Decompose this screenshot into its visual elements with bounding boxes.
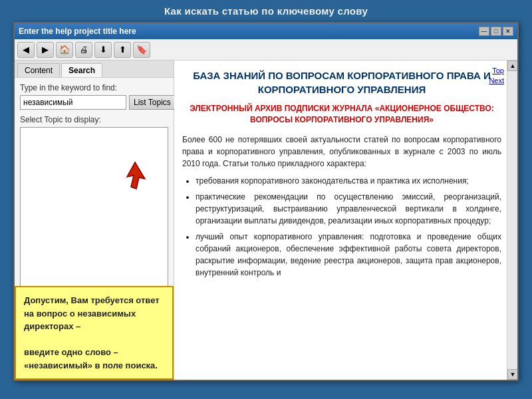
search-input[interactable] <box>20 95 126 110</box>
print-button[interactable]: 🖨 <box>75 42 92 58</box>
maximize-button[interactable]: □ <box>491 27 501 36</box>
left-panel: Content Search Type in the keyword to fi… <box>15 61 174 380</box>
main-area: Content Search Type in the keyword to fi… <box>15 61 517 380</box>
scroll-down-button[interactable]: ▼ <box>507 369 517 380</box>
toolbar: ◀ ▶ 🏠 🖨 ⬇ ⬆ 🔖 <box>15 39 517 61</box>
right-panel[interactable]: Top Next БАЗА ЗНАНИЙ ПО ВОПРОСАМ КОРПОРА… <box>174 61 517 380</box>
callout-box: Допустим, Вам требуется ответ на вопрос … <box>15 286 174 380</box>
title-bar: Enter the help project title here — □ ✕ <box>15 23 517 39</box>
tab-search[interactable]: Search <box>61 63 102 77</box>
right-content: Top Next БАЗА ЗНАНИЙ ПО ВОПРОСАМ КОРПОРА… <box>174 61 517 291</box>
top-link[interactable]: Top <box>489 66 504 76</box>
next-link[interactable]: Next <box>489 76 504 86</box>
bullet-item-1: требования корпоративного законодательст… <box>196 175 501 187</box>
body-intro: Более 600 не потерявших своей актуальнос… <box>182 134 501 170</box>
select-topic-label: Select Topic to display: <box>20 115 168 124</box>
down-button[interactable]: ⬇ <box>94 42 112 58</box>
main-heading: БАЗА ЗНАНИЙ ПО ВОПРОСАМ КОРПОРАТИВНОГО П… <box>182 68 501 96</box>
right-scrollbar[interactable]: ▲ ▼ <box>507 61 517 380</box>
back-button[interactable]: ◀ <box>17 42 35 58</box>
list-topics-button[interactable]: List Topics <box>129 95 176 110</box>
page-title: Как искать статью по ключевому слову <box>164 5 368 17</box>
close-button[interactable]: ✕ <box>503 27 513 36</box>
title-bar-text: Enter the help project title here <box>19 27 136 36</box>
help-window: Enter the help project title here — □ ✕ … <box>13 22 519 381</box>
search-input-row: List Topics <box>20 95 168 110</box>
home-button[interactable]: 🏠 <box>56 42 73 58</box>
bullet-item-2: практические рекомендации по осуществлен… <box>196 191 501 227</box>
up-button[interactable]: ⬆ <box>114 42 131 58</box>
bullet-list: требования корпоративного законодательст… <box>196 175 501 279</box>
bookmark-button[interactable]: 🔖 <box>133 42 150 58</box>
bullet-item-3: лучший опыт корпоративного управления: п… <box>196 231 501 279</box>
scroll-up-button[interactable]: ▲ <box>507 61 517 71</box>
tab-content[interactable]: Content <box>17 63 60 77</box>
callout-text-2: введите одно слово – «независимый» в пол… <box>24 347 158 370</box>
callout-text-1: Допустим, Вам требуется ответ на вопрос … <box>24 295 160 331</box>
forward-button[interactable]: ▶ <box>37 42 54 58</box>
top-next-links[interactable]: Top Next <box>489 66 504 86</box>
minimize-button[interactable]: — <box>479 27 489 36</box>
title-bar-buttons: — □ ✕ <box>479 27 513 36</box>
sub-heading: ЭЛЕКТРОННЫЙ АРХИВ ПОДПИСКИ ЖУРНАЛА «АКЦИ… <box>182 103 501 126</box>
search-label: Type in the keyword to find: <box>20 83 168 92</box>
tabs-row: Content Search <box>15 61 174 78</box>
